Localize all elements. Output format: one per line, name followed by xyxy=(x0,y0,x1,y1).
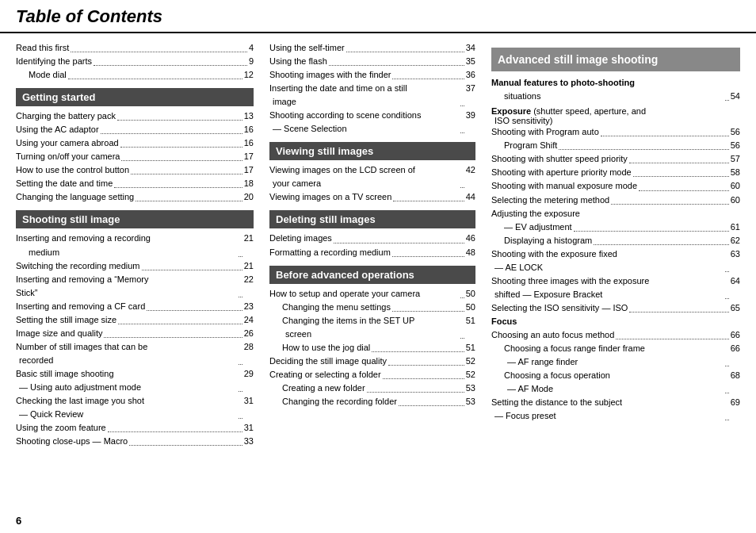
list-item: Changing the recording folder 53 xyxy=(269,395,475,408)
list-item: Setting the date and time 18 xyxy=(16,177,254,190)
list-item: Read this first 4 xyxy=(16,41,254,55)
list-item: Exposure (shutter speed, aperture, and I… xyxy=(491,106,740,125)
right-column: Advanced still image shooting Manual fea… xyxy=(491,41,740,525)
list-item: Choosing a focus operation— AF Mode 68 xyxy=(491,369,740,396)
list-item: Shooting with manual exposure mode 60 xyxy=(491,179,740,193)
section-header-getting-started: Getting started xyxy=(16,88,254,106)
list-item: Using the zoom feature 31 xyxy=(16,421,254,435)
list-item: How to use the jog dial 51 xyxy=(269,341,475,355)
list-item: Identifying the parts 9 xyxy=(16,55,254,68)
list-item: Choosing a focus range finder frame— AF … xyxy=(491,342,740,369)
section-header-advanced: Advanced still image shooting xyxy=(491,48,740,71)
list-item: Changing the language setting 20 xyxy=(16,190,254,204)
list-item: Using the AC adaptor 16 xyxy=(16,123,254,136)
list-item: Inserting and removing a CF card 23 xyxy=(16,300,254,313)
list-item: Creating a new folder 53 xyxy=(269,382,475,395)
list-item: Creating or selecting a folder 52 xyxy=(269,368,475,382)
page-number: 6 xyxy=(16,515,21,527)
list-item: Viewing images on a TV screen 44 xyxy=(269,190,475,204)
list-item: How to setup and operate your camera 50 xyxy=(269,287,475,301)
left-column: Read this first 4 Identifying the parts … xyxy=(16,41,254,525)
list-item: Switching the recording medium 21 xyxy=(16,259,254,273)
list-item: Using the flash 35 xyxy=(269,55,475,68)
page-title: Table of Contents xyxy=(16,6,162,26)
list-item: Formatting a recording medium 48 xyxy=(269,246,475,259)
list-item: — EV adjustment 61 xyxy=(491,220,740,234)
list-item: Choosing an auto focus method 66 xyxy=(491,328,740,342)
list-item: Inserting and removing a recordingmedium… xyxy=(16,232,254,259)
list-item: Mode dial 12 xyxy=(16,68,254,82)
manual-features-entry: situations 54 xyxy=(491,90,740,103)
list-item: Changing the menu settings 50 xyxy=(269,301,475,314)
list-item: Deleting images 46 xyxy=(269,232,475,245)
list-item: Number of still images that can berecord… xyxy=(16,340,254,367)
page-header: Table of Contents xyxy=(0,0,756,33)
list-item: Shooting with shutter speed priority 57 xyxy=(491,152,740,166)
list-item: Basic still image shooting— Using auto a… xyxy=(16,367,254,394)
manual-features-group: Manual features to photo-shooting situat… xyxy=(491,76,740,103)
section-header-shooting-still: Shooting still image xyxy=(16,210,254,228)
list-item: Setting the distance to the subject— Foc… xyxy=(491,396,740,423)
section-header-viewing-still: Viewing still images xyxy=(269,142,475,160)
list-item: Shooting three images with the exposures… xyxy=(491,274,740,301)
list-item: Checking the last image you shot— Quick … xyxy=(16,394,254,421)
section-header-deleting-still: Deleting still images xyxy=(269,210,475,228)
content-area: Read this first 4 Identifying the parts … xyxy=(0,33,756,533)
list-item: Adjusting the exposure xyxy=(491,207,740,220)
list-item: Shooting images with the finder 36 xyxy=(269,68,475,82)
list-item: Viewing images on the LCD screen ofyour … xyxy=(269,163,475,190)
manual-features-label: Manual features to photo-shooting xyxy=(491,76,740,90)
list-item: Focus xyxy=(491,315,740,328)
list-item: Shooting with the exposure fixed— AE LOC… xyxy=(491,247,740,274)
list-item: How to use the control button 17 xyxy=(16,163,254,177)
list-item: Changing the items in the SET UPscreen 5… xyxy=(269,314,475,341)
list-item: Program Shift 56 xyxy=(491,139,740,152)
list-item: Inserting the date and time on a stillim… xyxy=(269,82,475,109)
list-item: Shooting according to scene conditions— … xyxy=(269,109,475,136)
list-item: Shooting with aperture priority mode 58 xyxy=(491,166,740,179)
list-item: Shooting with Program auto 56 xyxy=(491,125,740,139)
list-item: Using your camera abroad 16 xyxy=(16,136,254,150)
list-item: Image size and quality 26 xyxy=(16,327,254,340)
list-item: Setting the still image size 24 xyxy=(16,313,254,327)
list-item: Selecting the ISO sensitivity — ISO 65 xyxy=(491,301,740,315)
list-item: Using the self-timer 34 xyxy=(269,41,475,55)
section-header-before-advanced: Before advanced operations xyxy=(269,266,475,284)
list-item: Inserting and removing a “MemoryStick” 2… xyxy=(16,273,254,300)
page: Table of Contents Read this first 4 Iden… xyxy=(0,0,756,533)
list-item: Shooting close-ups — Macro 33 xyxy=(16,435,254,448)
list-item: Turning on/off your camera 17 xyxy=(16,150,254,163)
list-item: Charging the battery pack 13 xyxy=(16,109,254,123)
list-item: Selecting the metering method 60 xyxy=(491,194,740,207)
list-item: Displaying a histogram 62 xyxy=(491,234,740,247)
middle-column: Using the self-timer 34 Using the flash … xyxy=(269,41,475,525)
list-item: Deciding the still image quality 52 xyxy=(269,355,475,368)
